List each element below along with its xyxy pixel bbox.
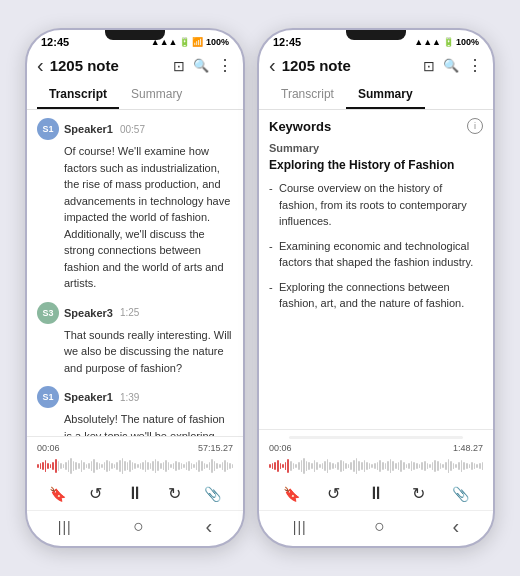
speaker-time-1: 00:57 <box>120 124 145 135</box>
bookmark-btn-right[interactable]: 🔖 <box>283 486 300 502</box>
back-button-left[interactable]: ‹ <box>37 54 44 77</box>
info-icon[interactable]: i <box>467 118 483 134</box>
bullet-1: Course overview on the history of fashio… <box>269 180 483 230</box>
tabs-left: Transcript Summary <box>27 81 243 110</box>
player-controls-left: 🔖 ↺ ⏸ ↻ 📎 <box>37 481 233 506</box>
forward-btn-left[interactable]: ↻ <box>168 484 181 503</box>
bullet-3: Exploring the connections between fashio… <box>269 279 483 312</box>
speaker-name-2: Speaker3 <box>64 307 113 319</box>
speaker-name-1: Speaker1 <box>64 123 113 135</box>
speaker-name-3: Speaker1 <box>64 391 113 403</box>
rewind-btn-left[interactable]: ↺ <box>89 484 102 503</box>
player-right: 00:06 1:48.27 (function() { const height… <box>259 429 493 510</box>
status-icons-right: ▲▲▲ 🔋 100% <box>414 37 479 47</box>
speech-text-1: Of course! We'll examine how factors suc… <box>37 143 233 292</box>
copy-icon-left[interactable]: ⊡ <box>173 58 185 74</box>
title-left: 1205 note <box>50 57 167 74</box>
nav-home-left[interactable]: ○ <box>133 516 144 537</box>
bullet-2: Examining economic and technological fac… <box>269 238 483 271</box>
content-right: Keywords i Summary Exploring the History… <box>259 110 493 429</box>
header-icons-right: ⊡ 🔍 ⋮ <box>423 56 483 75</box>
nav-back-right[interactable]: ‹ <box>453 515 460 538</box>
bookmark-btn-left[interactable]: 🔖 <box>49 486 66 502</box>
progress-bar-right[interactable] <box>289 436 463 439</box>
tab-transcript-left[interactable]: Transcript <box>37 81 119 109</box>
nav-home-right[interactable]: ○ <box>374 516 385 537</box>
time-row-right: 00:06 1:48.27 <box>269 443 483 453</box>
search-icon-left[interactable]: 🔍 <box>193 58 209 73</box>
current-time-right: 00:06 <box>269 443 292 453</box>
entry-2: S3 Speaker3 1:25 That sounds really inte… <box>37 302 233 377</box>
phone-right: 12:45 ▲▲▲ 🔋 100% ‹ 1205 note ⊡ 🔍 ⋮ Trans… <box>257 28 495 548</box>
entry-1: S1 Speaker1 00:57 Of course! We'll exami… <box>37 118 233 292</box>
player-left: 00:06 57:15.27 (function() { const heigh… <box>27 436 243 510</box>
pause-btn-left[interactable]: ⏸ <box>126 483 144 504</box>
save-btn-right[interactable]: 📎 <box>452 486 469 502</box>
content-left: S1 Speaker1 00:57 Of course! We'll exami… <box>27 110 243 436</box>
speech-text-2: That sounds really interesting. Will we … <box>37 327 233 377</box>
header-left: ‹ 1205 note ⊡ 🔍 ⋮ <box>27 50 243 81</box>
waveform-left[interactable]: (function() { const heights = [4,6,8,12,… <box>37 455 233 477</box>
nav-bar-right: ||| ○ ‹ <box>259 510 493 546</box>
tab-summary-left[interactable]: Summary <box>119 81 194 109</box>
avatar-2: S3 <box>37 302 59 324</box>
bullet-list: Course overview on the history of fashio… <box>269 180 483 312</box>
search-icon-right[interactable]: 🔍 <box>443 58 459 73</box>
speech-text-3: Absolutely! The nature of fashion is a k… <box>37 411 233 436</box>
summary-label: Summary <box>269 142 483 154</box>
avatar-3: S1 <box>37 386 59 408</box>
nav-menu-right[interactable]: ||| <box>293 519 307 535</box>
summary-subtitle: Exploring the History of Fashion <box>269 158 483 172</box>
notch-left <box>105 30 165 40</box>
forward-btn-right[interactable]: ↻ <box>412 484 425 503</box>
nav-menu-left[interactable]: ||| <box>58 519 72 535</box>
time-right: 12:45 <box>273 36 301 48</box>
back-button-right[interactable]: ‹ <box>269 54 276 77</box>
current-time-left: 00:06 <box>37 443 60 453</box>
speaker-time-3: 1:39 <box>120 392 139 403</box>
speaker-info-3: S1 Speaker1 1:39 <box>37 386 233 408</box>
entry-3: S1 Speaker1 1:39 Absolutely! The nature … <box>37 386 233 436</box>
phone-left: 12:45 ▲▲▲ 🔋 📶 100% ‹ 1205 note ⊡ 🔍 ⋮ Tra… <box>25 28 245 548</box>
speaker-info-1: S1 Speaker1 00:57 <box>37 118 233 140</box>
time-left: 12:45 <box>41 36 69 48</box>
tabs-right: Transcript Summary <box>259 81 493 110</box>
nav-bar-left: ||| ○ ‹ <box>27 510 243 546</box>
waveform-right[interactable]: (function() { const heights = [4,6,8,12,… <box>269 455 483 477</box>
keywords-title: Keywords <box>269 119 331 134</box>
more-icon-right[interactable]: ⋮ <box>467 56 483 75</box>
notch-right <box>346 30 406 40</box>
rewind-btn-right[interactable]: ↺ <box>327 484 340 503</box>
status-icons-left: ▲▲▲ 🔋 📶 100% <box>151 37 229 47</box>
speaker-time-2: 1:25 <box>120 307 139 318</box>
total-time-right: 1:48.27 <box>453 443 483 453</box>
save-btn-left[interactable]: 📎 <box>204 486 221 502</box>
copy-icon-right[interactable]: ⊡ <box>423 58 435 74</box>
title-right: 1205 note <box>282 57 417 74</box>
player-controls-right: 🔖 ↺ ⏸ ↻ 📎 <box>269 481 483 506</box>
tab-transcript-right[interactable]: Transcript <box>269 81 346 109</box>
speaker-info-2: S3 Speaker3 1:25 <box>37 302 233 324</box>
keywords-header: Keywords i <box>269 118 483 134</box>
pause-btn-right[interactable]: ⏸ <box>367 483 385 504</box>
total-time-left: 57:15.27 <box>198 443 233 453</box>
avatar-1: S1 <box>37 118 59 140</box>
time-row-left: 00:06 57:15.27 <box>37 443 233 453</box>
more-icon-left[interactable]: ⋮ <box>217 56 233 75</box>
header-icons-left: ⊡ 🔍 ⋮ <box>173 56 233 75</box>
header-right: ‹ 1205 note ⊡ 🔍 ⋮ <box>259 50 493 81</box>
tab-summary-right[interactable]: Summary <box>346 81 425 109</box>
nav-back-left[interactable]: ‹ <box>206 515 213 538</box>
